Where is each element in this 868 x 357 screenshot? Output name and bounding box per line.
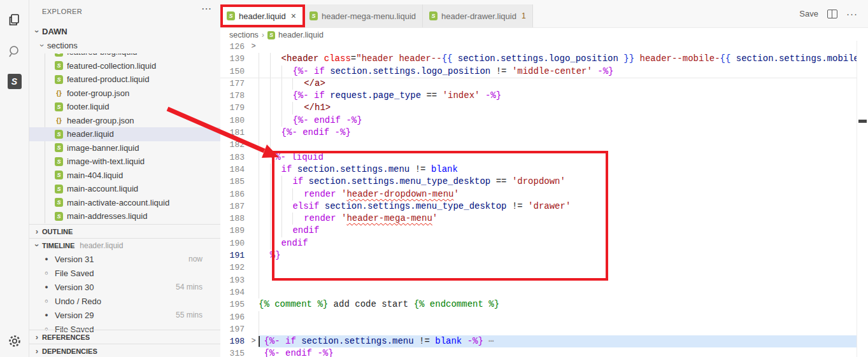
file-item-footer.liquid[interactable]: Sfooter.liquid [29, 100, 220, 114]
save-button[interactable]: Save [799, 9, 818, 18]
line-number[interactable]: 193 [220, 274, 248, 286]
timeline-item[interactable]: ○File Saved [29, 266, 220, 280]
code-line-187[interactable]: 187elsif section.settings.menu_type_desk… [220, 200, 857, 213]
breadcrumb-folder[interactable]: sections [229, 31, 259, 39]
timeline-item[interactable]: ●Version 3054 mins [29, 280, 220, 294]
code-line-content[interactable] [259, 262, 857, 274]
code-line-195[interactable]: 195{% comment %} add code start {% endco… [220, 298, 857, 311]
line-number[interactable]: 191 [220, 249, 248, 262]
code-line-content[interactable]: </a> [259, 78, 857, 90]
panel-outline[interactable]: › OUTLINE [29, 224, 220, 238]
line-number[interactable]: 178 [220, 90, 248, 102]
code-line-content[interactable]: endif [259, 237, 857, 249]
fold-chevron-icon[interactable]: > [248, 41, 259, 53]
file-item-footer-group.json[interactable]: {}footer-group.json [29, 87, 220, 101]
code-line-180[interactable]: 180{%- endif -%} [220, 115, 857, 127]
line-number[interactable]: 190 [220, 237, 248, 249]
tree-folder-sections[interactable]: › sections [29, 38, 221, 52]
code-line-190[interactable]: 190endif [220, 237, 857, 249]
line-number[interactable]: 194 [220, 286, 248, 298]
code-line-194[interactable]: 194 [220, 286, 857, 298]
file-item-featured-collection.liquid[interactable]: Sfeatured-collection.liquid [29, 59, 220, 73]
split-editor-icon[interactable] [827, 10, 837, 18]
code-line-184[interactable]: 184if section.settings.menu != blank [220, 164, 857, 176]
panel-timeline[interactable]: › TIMELINE header.liquid [29, 238, 220, 252]
code-line-198[interactable]: 198>{%- if section.settings.menu != blan… [220, 335, 857, 347]
code-line-183[interactable]: 183{%- liquid [220, 151, 857, 164]
line-number[interactable]: 192 [220, 262, 248, 274]
tab-header-drawer.liquid[interactable]: Sheader-drawer.liquid1 [423, 4, 532, 27]
more-actions-icon[interactable]: ··· [846, 8, 858, 19]
tree-root-dawn[interactable]: › DAWN [29, 24, 221, 38]
code-line-content[interactable]: <header class="header header--{{ section… [259, 53, 857, 65]
fold-chevron-icon[interactable]: > [248, 335, 259, 347]
line-number[interactable]: 183 [220, 151, 248, 164]
code-line-content[interactable]: {%- endif -%} [259, 115, 857, 127]
file-item-header-group.json[interactable]: {}header-group.json [29, 114, 220, 128]
file-item-image-with-text.liquid[interactable]: Simage-with-text.liquid [29, 155, 220, 169]
line-number[interactable]: 139 [220, 53, 248, 65]
code-line-content[interactable] [259, 41, 857, 53]
code-line-178[interactable]: 178{%- if request.page_type == 'index' -… [220, 90, 857, 102]
code-line-content[interactable]: {%- if section.settings.menu != blank -%… [259, 335, 857, 347]
panel-dependencies[interactable]: › DEPENDENCIES [29, 344, 220, 357]
breadcrumb-file[interactable]: header.liquid [278, 31, 324, 39]
code-line-191[interactable]: 191%} [220, 249, 857, 262]
code-line-139[interactable]: 139<header class="header header--{{ sect… [220, 53, 857, 65]
code-line-content[interactable]: {%- liquid [259, 151, 857, 164]
line-number[interactable]: 187 [220, 200, 248, 213]
code-line-182[interactable]: 182 [220, 139, 857, 151]
code-line-189[interactable]: 189endif [220, 225, 857, 237]
file-item-main-activate-account.liquid[interactable]: Smain-activate-account.liquid [29, 196, 220, 210]
code-line-content[interactable]: elsif section.settings.menu_type_desktop… [259, 200, 857, 213]
code-line-185[interactable]: 185if section.settings.menu_type_desktop… [220, 176, 857, 188]
code-line-content[interactable]: {%- endif -%} [259, 127, 857, 139]
file-item-main-account.liquid[interactable]: Smain-account.liquid [29, 182, 220, 196]
code-line-197[interactable]: 197 [220, 323, 857, 335]
line-number[interactable]: 197 [220, 323, 248, 335]
code-line-188[interactable]: 188render 'header-mega-menu' [220, 213, 857, 225]
code-line-content[interactable]: {%- endif -%} [259, 347, 857, 357]
panel-references[interactable]: › REFERENCES [29, 330, 220, 344]
code-line-content[interactable]: render 'header-mega-menu' [259, 213, 857, 225]
file-item-image-banner.liquid[interactable]: Simage-banner.liquid [29, 141, 220, 155]
code-line-content[interactable]: endif [259, 225, 857, 237]
code-line-150[interactable]: 150{%- if section.settings.logo_position… [220, 66, 857, 78]
code-line-196[interactable]: 196 [220, 311, 857, 323]
line-number[interactable]: 184 [220, 164, 248, 176]
line-number[interactable]: 195 [220, 298, 248, 311]
timeline-item[interactable]: ●Version 31now [29, 252, 220, 266]
line-number[interactable]: 188 [220, 213, 248, 225]
line-number[interactable]: 181 [220, 127, 248, 139]
line-number[interactable]: 150 [220, 66, 248, 78]
file-item-featured-blog.liquid[interactable]: Sfeatured-blog.liquid [29, 53, 220, 59]
line-number[interactable]: 186 [220, 188, 248, 200]
code-line-content[interactable]: {% comment %} add code start {% endcomme… [259, 298, 857, 311]
code-line-content[interactable] [259, 286, 857, 298]
file-item-main-404.liquid[interactable]: Smain-404.liquid [29, 169, 220, 183]
code-line-content[interactable]: if section.settings.menu != blank [259, 164, 857, 176]
line-number[interactable]: 189 [220, 225, 248, 237]
code-line-315[interactable]: 315{%- endif -%} [220, 347, 857, 357]
code-line-179[interactable]: 179</h1> [220, 102, 857, 114]
code-line-content[interactable]: render 'header-dropdown-menu' [259, 188, 857, 200]
shopify-icon[interactable]: S [0, 67, 29, 95]
sidebar-more-icon[interactable]: ⋯ [201, 3, 211, 15]
file-item-featured-product.liquid[interactable]: Sfeatured-product.liquid [29, 73, 220, 87]
code-line-181[interactable]: 181{%- endif -%} [220, 127, 857, 139]
code-line-content[interactable]: if section.settings.menu_type_desktop ==… [259, 176, 857, 188]
tab-header.liquid[interactable]: Sheader.liquid× [220, 4, 303, 27]
code-line-content[interactable]: %} [259, 249, 857, 262]
code-line-192[interactable]: 192 [220, 262, 857, 274]
line-number[interactable]: 182 [220, 139, 248, 151]
code-line-126[interactable]: 126> [220, 41, 857, 53]
code-line-193[interactable]: 193 [220, 274, 857, 286]
code-line-content[interactable] [259, 274, 857, 286]
code-line-content[interactable]: </h1> [259, 102, 857, 114]
explorer-icon[interactable] [0, 5, 29, 34]
search-icon[interactable] [0, 37, 29, 66]
file-item-main-addresses.liquid[interactable]: Smain-addresses.liquid [29, 209, 220, 223]
tab-header-mega-menu.liquid[interactable]: Sheader-mega-menu.liquid [303, 4, 423, 27]
line-number[interactable]: 177 [220, 78, 248, 90]
line-number[interactable]: 180 [220, 115, 248, 127]
